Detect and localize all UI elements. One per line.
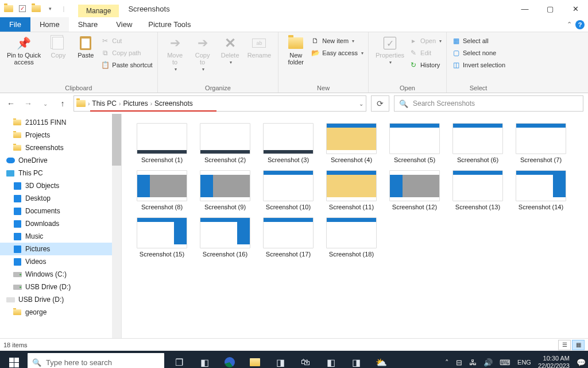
- tree-item[interactable]: This PC: [0, 167, 121, 179]
- refresh-button[interactable]: ⟳: [371, 95, 389, 112]
- pin-quick-access-button[interactable]: 📌 Pin to Quick access: [3, 33, 44, 68]
- address-bar[interactable]: › This PC › Pictures › Screenshots ⌄: [74, 95, 366, 112]
- taskbar-store[interactable]: 🛍: [293, 351, 318, 368]
- contextual-tab-manage[interactable]: Manage: [78, 5, 119, 17]
- tree-item[interactable]: USB Drive (D:): [0, 281, 121, 293]
- qat-new-folder-icon[interactable]: [30, 2, 42, 15]
- file-thumbnail[interactable]: Screenshot (4): [325, 123, 378, 163]
- recent-dropdown[interactable]: ⌄: [39, 101, 52, 107]
- qat-properties-icon[interactable]: ✓: [16, 2, 29, 15]
- paste-button[interactable]: Paste: [72, 33, 99, 61]
- select-all-button[interactable]: ▦Select all: [450, 36, 506, 46]
- file-thumbnail[interactable]: Screenshot (7): [514, 123, 567, 163]
- select-none-button[interactable]: ▢Select none: [450, 48, 506, 58]
- taskbar-app[interactable]: ◨: [268, 351, 293, 368]
- properties-button[interactable]: ✓Properties▾: [372, 33, 408, 67]
- tray-icon[interactable]: ⊟: [456, 358, 462, 367]
- copy-to-button[interactable]: ➔Copy to▾: [189, 33, 216, 74]
- file-thumbnail[interactable]: Screenshot (13): [451, 170, 504, 210]
- tree-item[interactable]: OneDrive: [0, 154, 121, 167]
- taskbar-app[interactable]: ◧: [192, 351, 217, 368]
- invert-selection-button[interactable]: ◫Invert selection: [450, 60, 506, 70]
- move-to-button[interactable]: ➔Move to▾: [161, 33, 189, 74]
- minimize-button[interactable]: —: [512, 0, 537, 17]
- taskbar-explorer[interactable]: [242, 351, 268, 368]
- taskbar-weather[interactable]: ⛅: [369, 351, 394, 368]
- new-folder-button[interactable]: New folder: [282, 33, 310, 68]
- back-button[interactable]: ←: [5, 99, 17, 108]
- file-list[interactable]: Screenshot (1)Screenshot (2)Screenshot (…: [122, 114, 588, 338]
- file-thumbnail[interactable]: Screenshot (14): [514, 170, 567, 210]
- file-thumbnail[interactable]: Screenshot (1): [136, 123, 188, 163]
- tree-item[interactable]: Windows (C:): [0, 268, 121, 281]
- file-thumbnail[interactable]: Screenshot (18): [325, 217, 378, 258]
- file-thumbnail[interactable]: Screenshot (6): [451, 123, 504, 163]
- details-view-button[interactable]: ☰: [558, 340, 571, 350]
- tree-item[interactable]: george: [0, 306, 121, 319]
- breadcrumb-pictures[interactable]: Pictures: [123, 99, 148, 108]
- network-icon[interactable]: 🖧: [469, 358, 477, 367]
- edit-button[interactable]: ✎Edit: [408, 48, 443, 58]
- delete-button[interactable]: ✕Delete▾: [216, 33, 244, 67]
- file-thumbnail[interactable]: Screenshot (9): [199, 170, 252, 210]
- file-thumbnail[interactable]: Screenshot (2): [199, 123, 252, 163]
- taskbar-edge[interactable]: [217, 351, 242, 368]
- forward-button[interactable]: →: [22, 99, 34, 108]
- easy-access-button[interactable]: 📂Easy access▾: [310, 48, 365, 58]
- home-tab[interactable]: Home: [30, 17, 69, 32]
- tree-item[interactable]: Music: [0, 230, 121, 243]
- tree-item[interactable]: Videos: [0, 255, 121, 268]
- copy-path-button[interactable]: ⧉Copy path: [99, 48, 153, 58]
- navigation-pane[interactable]: 210115 FINNProjectsScreenshotsOneDriveTh…: [0, 114, 122, 338]
- file-tab[interactable]: File: [0, 17, 30, 32]
- file-thumbnail[interactable]: Screenshot (10): [262, 170, 315, 210]
- tree-item[interactable]: Projects: [0, 129, 121, 141]
- taskbar-app[interactable]: ◨: [343, 351, 369, 368]
- history-button[interactable]: ↻History: [408, 60, 443, 70]
- language-indicator[interactable]: ENG: [517, 359, 531, 366]
- tree-item[interactable]: Screenshots: [0, 141, 121, 154]
- tree-item[interactable]: 210115 FINN: [0, 116, 121, 129]
- file-thumbnail[interactable]: Screenshot (17): [262, 217, 315, 258]
- picture-tools-tab[interactable]: Picture Tools: [141, 17, 198, 32]
- file-thumbnail[interactable]: Screenshot (15): [136, 217, 188, 258]
- breadcrumb-root[interactable]: This PC: [92, 99, 117, 108]
- file-thumbnail[interactable]: Screenshot (3): [262, 123, 315, 163]
- cut-button[interactable]: ✂Cut: [99, 36, 153, 46]
- address-dropdown[interactable]: ⌄: [359, 101, 363, 107]
- paste-shortcut-button[interactable]: 📋Paste shortcut: [99, 60, 153, 70]
- close-button[interactable]: ✕: [563, 0, 588, 17]
- qat-customize[interactable]: ▾: [44, 2, 56, 15]
- taskbar-search[interactable]: 🔍Type here to search: [28, 353, 164, 368]
- maximize-button[interactable]: ▢: [537, 0, 563, 17]
- help-icon[interactable]: ?: [575, 20, 585, 29]
- tree-item[interactable]: Pictures: [0, 243, 121, 255]
- tree-item[interactable]: USB Drive (D:): [0, 293, 121, 306]
- view-tab[interactable]: View: [107, 17, 141, 32]
- clock[interactable]: 10:30 AM22/02/2023: [538, 355, 570, 368]
- tree-item[interactable]: 3D Objects: [0, 179, 121, 192]
- breadcrumb-screenshots[interactable]: Screenshots: [154, 99, 193, 108]
- icons-view-button[interactable]: ▦: [572, 340, 585, 350]
- task-view-button[interactable]: ❐: [167, 351, 192, 368]
- new-item-button[interactable]: 🗋New item▾: [310, 36, 365, 46]
- file-thumbnail[interactable]: Screenshot (16): [199, 217, 252, 258]
- start-button[interactable]: [0, 358, 28, 367]
- search-box[interactable]: 🔍 Search Screenshots: [394, 95, 583, 112]
- open-button[interactable]: ▸Open▾: [408, 36, 443, 46]
- keyboard-icon[interactable]: ⌨: [500, 358, 510, 367]
- notifications-icon[interactable]: 💬: [577, 358, 586, 367]
- scrollbar-thumb[interactable]: [112, 114, 121, 166]
- file-thumbnail[interactable]: Screenshot (11): [325, 170, 378, 210]
- file-thumbnail[interactable]: Screenshot (5): [388, 123, 441, 163]
- file-thumbnail[interactable]: Screenshot (8): [136, 170, 188, 210]
- tree-item[interactable]: Downloads: [0, 217, 121, 230]
- volume-icon[interactable]: 🔊: [483, 358, 493, 367]
- file-thumbnail[interactable]: Screenshot (12): [388, 170, 441, 210]
- tray-overflow-icon[interactable]: ˄: [445, 358, 449, 367]
- up-button[interactable]: ↑: [56, 99, 69, 108]
- copy-button[interactable]: Copy: [44, 33, 72, 61]
- share-tab[interactable]: Share: [69, 17, 107, 32]
- taskbar-app[interactable]: ◧: [318, 351, 343, 368]
- tree-item[interactable]: Documents: [0, 205, 121, 217]
